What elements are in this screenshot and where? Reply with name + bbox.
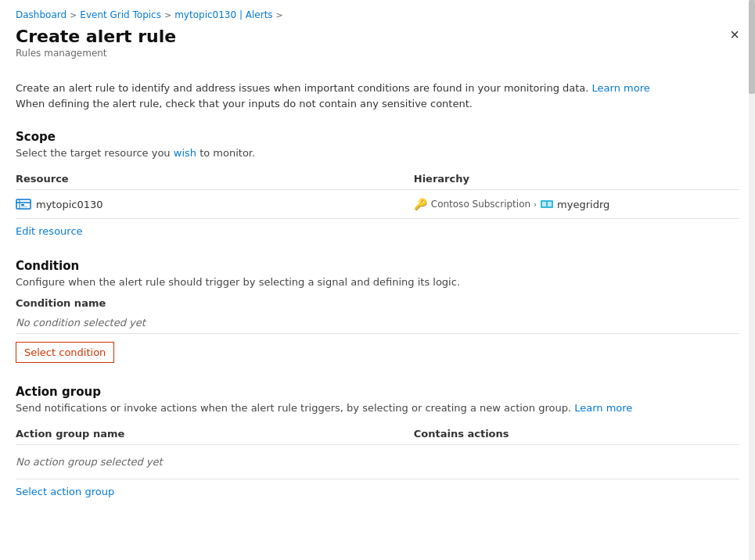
page-container: Dashboard > Event Grid Topics > mytopic0… [0, 0, 755, 560]
breadcrumb-alerts[interactable]: mytopic0130 | Alerts [174, 9, 272, 20]
scope-section: Scope Select the target resource you wis… [16, 130, 739, 237]
info-box: Create an alert rule to identify and add… [16, 81, 739, 111]
condition-section: Condition Configure when the alert rule … [16, 259, 739, 363]
scope-resource-cell: mytopic0130 [16, 190, 414, 219]
condition-no-selection: No condition selected yet [16, 312, 739, 334]
scope-description: Select the target resource you wish to m… [16, 147, 739, 159]
scope-col-hierarchy: Hierarchy [414, 168, 739, 190]
select-action-group-link[interactable]: Select action group [16, 486, 739, 497]
svg-rect-3 [21, 204, 24, 206]
scope-table: Resource Hierarchy [16, 168, 739, 219]
scope-table-row: mytopic0130 🔑 Contoso Subscription › [16, 190, 739, 219]
condition-name-label: Condition name [16, 297, 739, 309]
action-group-title: Action group [16, 385, 739, 399]
action-group-learn-more-link[interactable]: Learn more [574, 402, 632, 414]
action-group-no-selection: No action group selected yet [16, 445, 739, 479]
scope-desc-text: Select the target resource you [16, 147, 174, 159]
svg-rect-4 [21, 206, 27, 207]
action-group-desc-text: Send notifications or invoke actions whe… [16, 402, 571, 414]
action-group-table: Action group name Contains actions No ac… [16, 423, 739, 479]
info-text-2: When defining the alert rule, check that… [16, 98, 473, 109]
close-button[interactable]: × [730, 27, 739, 42]
action-group-description: Send notifications or invoke actions whe… [16, 402, 739, 414]
scope-col-resource: Resource [16, 168, 414, 190]
action-group-col-contains: Contains actions [414, 423, 739, 445]
scrollbar-thumb[interactable] [749, 0, 755, 94]
breadcrumb-event-grid[interactable]: Event Grid Topics [80, 9, 161, 20]
subscription-key-icon: 🔑 [414, 197, 428, 211]
resource-name: mytopic0130 [36, 199, 103, 210]
action-group-col-name: Action group name [16, 423, 414, 445]
main-content[interactable]: Create an alert rule to identify and add… [0, 68, 755, 560]
resource-group-name: myegridrg [557, 199, 609, 210]
page-subtitle: Rules management [16, 48, 739, 59]
breadcrumb-sep-3: > [276, 10, 283, 20]
edit-resource-link[interactable]: Edit resource [16, 225, 739, 237]
svg-rect-7 [548, 202, 552, 206]
breadcrumb-dashboard[interactable]: Dashboard [16, 9, 67, 20]
select-condition-button[interactable]: Select condition [16, 342, 114, 363]
header: Create alert rule Rules management × [0, 27, 755, 68]
condition-description: Configure when the alert rule should tri… [16, 276, 739, 288]
hierarchy-chevron: › [534, 200, 537, 209]
breadcrumb-sep-2: > [164, 10, 171, 20]
action-group-section: Action group Send notifications or invok… [16, 385, 739, 497]
resource-icon [16, 196, 31, 212]
scope-hierarchy-cell: 🔑 Contoso Subscription › [414, 190, 739, 219]
resource-group-icon [540, 197, 554, 211]
subscription-name: Contoso Subscription [431, 199, 530, 210]
condition-title: Condition [16, 259, 739, 273]
info-text-1: Create an alert rule to identify and add… [16, 82, 588, 94]
breadcrumb-sep-1: > [70, 10, 77, 20]
action-group-table-row: No action group selected yet [16, 445, 739, 479]
breadcrumb: Dashboard > Event Grid Topics > mytopic0… [0, 0, 755, 27]
svg-rect-6 [542, 202, 546, 206]
info-learn-more-link[interactable]: Learn more [592, 82, 650, 94]
scrollbar-track[interactable] [749, 0, 755, 560]
scope-wish-link[interactable]: wish [174, 147, 196, 159]
scope-desc-end: to monitor. [196, 147, 255, 159]
page-title: Create alert rule [16, 27, 739, 46]
scope-title: Scope [16, 130, 739, 144]
